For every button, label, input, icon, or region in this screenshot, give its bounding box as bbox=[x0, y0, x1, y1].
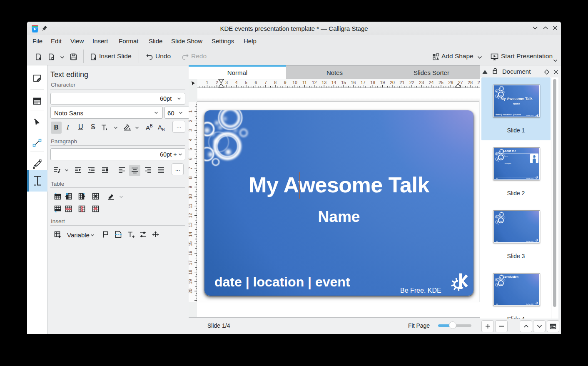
svg-text:28: 28 bbox=[468, 80, 473, 85]
svg-text:22: 22 bbox=[409, 80, 414, 85]
svg-text:5: 5 bbox=[189, 148, 193, 150]
svg-text:9: 9 bbox=[189, 186, 193, 188]
svg-text:18: 18 bbox=[370, 80, 375, 85]
svg-text:3: 3 bbox=[189, 129, 193, 132]
svg-text:8: 8 bbox=[189, 177, 193, 179]
svg-text:7: 7 bbox=[189, 167, 193, 169]
svg-text:14: 14 bbox=[331, 80, 336, 85]
svg-text:16: 16 bbox=[351, 80, 356, 85]
svg-text:26: 26 bbox=[448, 80, 453, 85]
svg-text:20: 20 bbox=[189, 289, 193, 294]
svg-text:4: 4 bbox=[189, 139, 193, 141]
svg-text:17: 17 bbox=[361, 80, 366, 85]
svg-text:23: 23 bbox=[419, 80, 424, 85]
svg-text:1: 1 bbox=[206, 80, 208, 85]
svg-text:27: 27 bbox=[458, 80, 463, 85]
svg-text:21: 21 bbox=[400, 80, 405, 85]
svg-text:9: 9 bbox=[284, 80, 287, 85]
svg-text:10: 10 bbox=[292, 80, 297, 85]
svg-text:15: 15 bbox=[189, 242, 193, 246]
svg-text:12: 12 bbox=[189, 213, 193, 218]
svg-text:6: 6 bbox=[254, 80, 257, 85]
svg-text:8: 8 bbox=[274, 80, 277, 85]
svg-text:7: 7 bbox=[264, 80, 267, 85]
svg-text:2: 2 bbox=[189, 120, 193, 122]
svg-text:19: 19 bbox=[189, 279, 193, 284]
svg-text:5: 5 bbox=[245, 80, 247, 85]
svg-text:12: 12 bbox=[312, 80, 317, 85]
svg-text:24: 24 bbox=[429, 80, 434, 85]
svg-text:16: 16 bbox=[189, 251, 193, 256]
svg-text:15: 15 bbox=[341, 80, 346, 85]
svg-text:11: 11 bbox=[189, 204, 193, 208]
svg-text:14: 14 bbox=[189, 232, 193, 237]
svg-text:18: 18 bbox=[189, 270, 193, 275]
svg-text:20: 20 bbox=[390, 80, 395, 85]
svg-text:13: 13 bbox=[189, 222, 193, 227]
svg-text:1: 1 bbox=[189, 110, 193, 113]
svg-text:17: 17 bbox=[189, 260, 193, 265]
svg-text:6: 6 bbox=[189, 157, 193, 160]
svg-text:19: 19 bbox=[380, 80, 385, 85]
svg-text:10: 10 bbox=[189, 194, 193, 199]
svg-text:2: 2 bbox=[216, 80, 218, 85]
svg-text:4: 4 bbox=[235, 80, 238, 85]
svg-text:3: 3 bbox=[225, 80, 228, 85]
svg-text:25: 25 bbox=[439, 80, 443, 85]
svg-text:13: 13 bbox=[321, 80, 326, 85]
svg-text:11: 11 bbox=[302, 80, 307, 85]
